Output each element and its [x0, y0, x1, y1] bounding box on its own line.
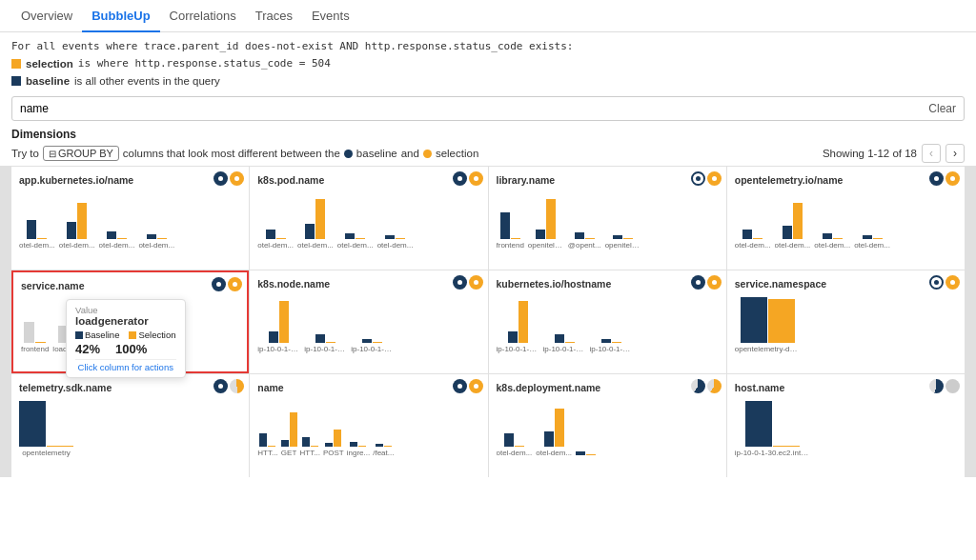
chart: otel-dem... otel-dem... otel-dem...: [735, 202, 957, 250]
card-opentelemetry-name[interactable]: opentelemetry.io/name otel-dem... otel-d…: [727, 167, 965, 270]
chart: otel-dem... otel-dem... otel-dem...: [257, 202, 479, 250]
bar-group: otel-dem...: [257, 230, 294, 250]
card-k8s-deployment[interactable]: k8s.deployment.name otel-dem... otel-dem…: [489, 374, 726, 477]
selection-icon: [707, 275, 722, 290]
tab-overview[interactable]: Overview: [11, 1, 82, 32]
group-by-label: GROUP BY: [58, 148, 113, 159]
chart: frontend openitele... @opent...: [497, 202, 719, 250]
card-icons: [929, 171, 960, 186]
card-library-name[interactable]: library.name frontend openitele...: [489, 167, 726, 270]
tab-events[interactable]: Events: [302, 1, 359, 32]
card-k8s-node[interactable]: k8s.node.name ip-10-0-1-30... ip-10-0-1-…: [250, 270, 487, 373]
baseline-icon: [214, 171, 228, 186]
tab-correlations[interactable]: Correlations: [160, 1, 246, 32]
search-input[interactable]: [20, 102, 928, 115]
subheader: For all events where trace.parent_id doe…: [0, 32, 976, 92]
baseline-icon: [453, 379, 467, 393]
bar-group: otel-dem...: [814, 233, 850, 250]
bar-label: ip-10-0-1-91...: [304, 345, 347, 353]
card-host-name[interactable]: host.name ip-10-0-1-30.ec2.internal: [727, 374, 965, 477]
next-arrow[interactable]: ›: [946, 144, 965, 163]
card-title: host.name: [735, 382, 785, 393]
selection-icon: [469, 379, 483, 393]
bar-orange: [37, 238, 47, 239]
bar-label: frontend: [21, 345, 49, 353]
selection-icon: [230, 171, 244, 186]
card-telemetry-sdk[interactable]: telemetry.sdk.name opentelemetry: [11, 374, 249, 477]
baseline-icon: [929, 275, 944, 290]
card-icons: [691, 379, 722, 393]
chart: ip-10-0-1-30... ip-10-0-1-91... ip-10-0-…: [497, 306, 719, 353]
prev-arrow[interactable]: ‹: [922, 144, 941, 163]
tooltip-value-name: loadgenerator: [75, 315, 176, 327]
card-icons: [929, 379, 960, 393]
baseline-word: baseline: [356, 148, 397, 159]
card-icons: [691, 275, 722, 290]
bar-navy: [67, 222, 76, 239]
tab-traces[interactable]: Traces: [246, 1, 302, 32]
bar-group: ip-10-0-1-17...: [590, 339, 633, 353]
tab-bubbleup[interactable]: BubbleUp: [82, 1, 159, 32]
bar-group: ip-10-0-1-17...: [351, 339, 394, 353]
bar-label: ingre...: [347, 449, 370, 457]
tooltip-action[interactable]: Click column for actions: [75, 359, 176, 372]
chart: opentelemetry: [19, 410, 241, 457]
tooltip: Value loadgenerator Baseline Selection 4…: [66, 299, 186, 378]
bar-group: POST: [323, 430, 344, 457]
bar-group: opentelemetry-demo: [735, 297, 802, 353]
bar-label: otel-dem...: [19, 241, 55, 250]
bar-group: ip-10-0-1-91...: [543, 334, 586, 353]
bar-label: otel-dem...: [377, 241, 414, 250]
selection-word: selection: [436, 148, 478, 159]
baseline-icon: [453, 171, 467, 186]
orange-box: [11, 59, 21, 69]
card-app-kubernetes[interactable]: app.kubernetes.io/name otel-dem... otel-…: [11, 167, 249, 270]
card-service-name[interactable]: service.name frontend loadgen...: [11, 270, 249, 373]
card-name[interactable]: name HTT... GET: [250, 374, 487, 477]
bar-navy: [107, 231, 116, 239]
card-title: service.name: [21, 280, 85, 291]
group-by-button[interactable]: ⊟ GROUP BY: [43, 146, 119, 161]
card-title: app.kubernetes.io/name: [19, 174, 133, 186]
chart: otel-dem... otel-dem... otel-dem...: [19, 202, 241, 250]
bar-group: openitele...: [605, 235, 641, 250]
bar-label: otel-dem...: [138, 241, 174, 250]
query-text: For all events where trace.parent_id doe…: [11, 40, 573, 52]
card-title: kubernetes.io/hostname: [497, 278, 612, 290]
chart: otel-dem... otel-dem...: [497, 410, 719, 457]
bar-label: HTT...: [300, 449, 320, 457]
card-title: name: [257, 382, 283, 393]
bar-group: otel-dem...: [59, 203, 95, 250]
bar-group: otel-dem...: [99, 231, 135, 250]
card-k8s-pod[interactable]: k8s.pod.name otel-dem... otel-dem...: [250, 167, 487, 270]
clear-button[interactable]: Clear: [928, 102, 956, 115]
bar-group: openitele...: [528, 199, 564, 250]
selection-icon: [469, 275, 483, 290]
card-title: k8s.deployment.name: [497, 382, 601, 393]
bar-label: otel-dem...: [99, 241, 135, 250]
bar-label: otel-dem...: [536, 449, 572, 457]
bar-group: HTT...: [300, 437, 320, 457]
try-text: Try to: [11, 148, 39, 159]
selection-pct: 100%: [115, 342, 147, 356]
bar-label: @opent...: [568, 241, 601, 250]
bar-group: otel-dem...: [297, 199, 334, 250]
bar-label: ip-10-0-1-30...: [257, 345, 300, 353]
bar-group: otel-dem...: [19, 220, 55, 250]
selection-icon: [230, 379, 244, 393]
navy-box: [11, 76, 21, 86]
bar-group: [576, 451, 596, 457]
search-bar-container: Clear: [11, 96, 965, 121]
card-service-namespace[interactable]: service.namespace opentelemetry-demo: [727, 270, 965, 373]
bar-group: ip-10-0-1-91...: [304, 334, 347, 353]
tooltip-value-label: Value: [75, 305, 176, 315]
bar-label: /feat...: [373, 449, 394, 457]
card-icons: [453, 171, 483, 186]
baseline-pct: 42%: [75, 342, 100, 356]
card-kubernetes-hostname[interactable]: kubernetes.io/hostname ip-10-0-1-30... i…: [489, 270, 726, 373]
baseline-label: baseline: [26, 72, 70, 90]
baseline-icon: [691, 379, 705, 393]
bar-orange: [117, 238, 127, 239]
selection-icon: [946, 379, 960, 393]
bar-label: opentelemetry-demo: [735, 345, 802, 353]
